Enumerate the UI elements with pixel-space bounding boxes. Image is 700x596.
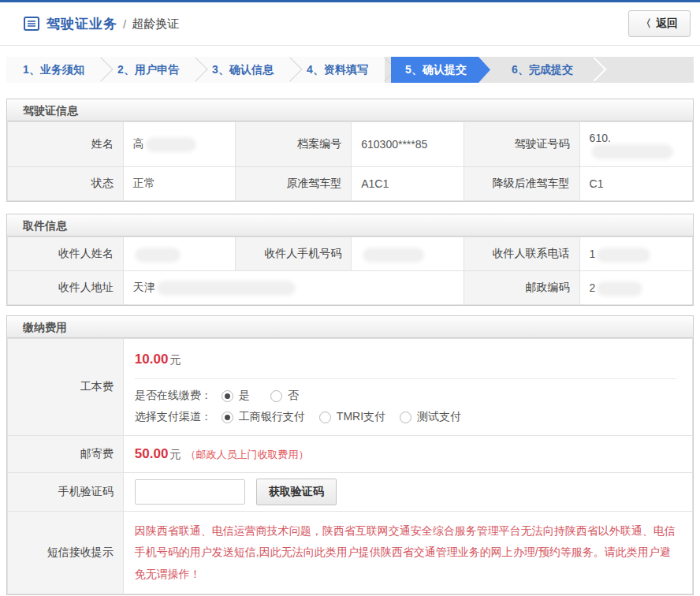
pickup-info-section: 取件信息 收件人姓名 收件人手机号码 收件人联系电话 1 收件人地址 天津 邮政… <box>6 214 694 306</box>
payment-options-block: 是否在线缴费： 是 否 选择支付渠道： <box>135 379 676 435</box>
step-label: 4、资料填写 <box>307 63 368 77</box>
license-info-section: 驾驶证信息 姓名 高 档案编号 610300****85 驾驶证号码 610. … <box>6 99 694 202</box>
recipient-address-value-cell: 天津 <box>123 271 464 305</box>
sms-code-input[interactable] <box>135 479 245 505</box>
file-number-value-cell: 610300****85 <box>352 122 464 167</box>
status-value-cell: 正常 <box>123 167 236 201</box>
production-fee-value-cell: 10.00元 是否在线缴费： 是 否 <box>123 339 692 436</box>
recipient-phone-value-cell: 1 <box>579 237 692 271</box>
downgraded-class-label-cell: 降级后准驾车型 <box>464 167 579 201</box>
step-6-finish-submit[interactable]: 6、完成提交 <box>490 57 594 83</box>
name-value: 高 <box>133 137 144 150</box>
radio-circle-icon <box>222 412 233 423</box>
step-label: 6、完成提交 <box>512 63 573 77</box>
license-number-label-cell: 驾驶证号码 <box>464 122 579 167</box>
sms-code-label-cell: 手机验证码 <box>8 473 124 512</box>
status-label-cell: 状态 <box>8 167 124 201</box>
recipient-address-value: 天津 <box>133 281 155 293</box>
recipient-address-label-cell: 收件人地址 <box>8 271 124 305</box>
redacted-value <box>148 140 194 150</box>
recipient-mobile-value-cell <box>352 237 464 271</box>
zip-code-label-cell: 邮政编码 <box>464 271 579 305</box>
redacted-value <box>365 250 422 260</box>
production-fee-amount: 10.00 <box>135 352 169 367</box>
pickup-info-table: 收件人姓名 收件人手机号码 收件人联系电话 1 收件人地址 天津 邮政编码 2 <box>7 237 693 305</box>
redacted-value <box>594 147 671 157</box>
postage-fee-value-cell: 50.00元（邮政人员上门收取费用） <box>123 436 692 473</box>
table-row: 收件人姓名 收件人手机号码 收件人联系电话 1 <box>8 237 693 271</box>
redacted-value <box>599 250 648 260</box>
payment-channel-radio-line: 选择支付渠道： 工商银行支付 TMRI支付 测试支付 <box>135 410 676 424</box>
step-4-fill-material[interactable]: 4、资料填写 <box>290 57 385 83</box>
postage-fee-note: （邮政人员上门收取费用） <box>185 449 308 460</box>
zip-code-value-cell: 2 <box>579 271 692 305</box>
postage-fee-label-cell: 邮寄费 <box>8 436 124 473</box>
step-1-business-notice[interactable]: 1、业务须知 <box>6 57 101 83</box>
license-section-title: 驾驶证信息 <box>7 99 693 121</box>
production-fee-amount-line: 10.00元 <box>135 339 676 379</box>
zip-code-value: 2 <box>590 281 596 294</box>
table-row: 姓名 高 档案编号 610300****85 驾驶证号码 610. <box>8 122 693 167</box>
recipient-phone-value: 1 <box>590 248 596 260</box>
back-button[interactable]: 〈 返回 <box>628 10 691 37</box>
table-row: 状态 正常 原准驾车型 A1C1 降级后准驾车型 C1 <box>8 167 693 201</box>
step-3-confirm-info[interactable]: 3、确认信息 <box>195 57 290 83</box>
radio-label: TMRI支付 <box>337 410 385 424</box>
radio-circle-icon <box>319 412 331 423</box>
radio-label: 工商银行支付 <box>239 410 305 424</box>
radio-label: 是 <box>239 389 250 403</box>
redacted-value <box>599 284 640 294</box>
original-class-label-cell: 原准驾车型 <box>236 167 352 201</box>
online-payment-question: 是否在线缴费： <box>135 389 212 403</box>
step-label: 5、确认提交 <box>405 63 467 77</box>
radio-label: 否 <box>288 389 299 403</box>
fees-table: 工本费 10.00元 是否在线缴费： 是 否 <box>7 338 693 594</box>
get-sms-code-button[interactable]: 获取验证码 <box>256 479 337 505</box>
redacted-value <box>159 283 293 293</box>
radio-label: 测试支付 <box>417 410 461 424</box>
sms-code-value-cell: 获取验证码 <box>123 473 692 512</box>
radio-circle-icon <box>222 390 233 402</box>
name-label-cell: 姓名 <box>8 122 124 167</box>
step-wizard: 1、业务须知 2、用户申告 3、确认信息 4、资料填写 5、确认提交 6、完成提… <box>6 57 694 83</box>
online-payment-yes-radio[interactable]: 是 <box>222 389 250 403</box>
sms-notice-value-cell: 因陕西省联通、电信运营商技术问题，陕西省互联网交通安全综合服务管理平台无法向持陕… <box>123 512 692 594</box>
file-number-label-cell: 档案编号 <box>236 122 352 167</box>
payment-channel-question: 选择支付渠道： <box>135 410 212 424</box>
recipient-name-label-cell: 收件人姓名 <box>8 237 124 271</box>
channel-tmri-radio[interactable]: TMRI支付 <box>319 410 385 424</box>
recipient-name-value-cell <box>123 237 236 271</box>
radio-circle-icon <box>400 412 411 423</box>
radio-circle-icon <box>270 390 282 402</box>
table-row: 收件人地址 天津 邮政编码 2 <box>8 271 693 305</box>
pickup-section-title: 取件信息 <box>7 214 693 237</box>
step-label: 3、确认信息 <box>212 63 274 77</box>
step-bar-filler <box>594 57 694 83</box>
table-row: 邮寄费 50.00元（邮政人员上门收取费用） <box>8 436 693 473</box>
license-info-table: 姓名 高 档案编号 610300****85 驾驶证号码 610. 状态 正常 … <box>7 121 693 201</box>
recipient-phone-label-cell: 收件人联系电话 <box>464 237 579 271</box>
sms-notice-label-cell: 短信接收提示 <box>8 512 124 594</box>
channel-icbc-radio[interactable]: 工商银行支付 <box>222 410 305 424</box>
table-row: 工本费 10.00元 是否在线缴费： 是 否 <box>8 339 693 436</box>
postage-fee-unit: 元 <box>169 448 181 460</box>
step-label: 2、用户申告 <box>117 63 179 77</box>
step-2-user-declaration[interactable]: 2、用户申告 <box>101 57 195 83</box>
redacted-value <box>137 250 178 260</box>
step-label: 1、业务须知 <box>23 63 84 77</box>
name-value-cell: 高 <box>123 122 236 167</box>
fees-section-title: 缴纳费用 <box>7 316 693 338</box>
fees-section: 缴纳费用 工本费 10.00元 是否在线缴费： 是 <box>6 315 694 595</box>
recipient-mobile-label-cell: 收件人手机号码 <box>236 237 352 271</box>
original-class-value-cell: A1C1 <box>352 167 464 201</box>
back-button-label: 返回 <box>656 17 678 31</box>
online-payment-no-radio[interactable]: 否 <box>270 389 299 403</box>
production-fee-unit: 元 <box>169 353 181 366</box>
online-payment-radio-line: 是否在线缴费： 是 否 <box>135 389 676 403</box>
license-number-value: 610. <box>590 132 611 144</box>
downgraded-class-value-cell: C1 <box>579 167 692 201</box>
step-5-confirm-submit-active[interactable]: 5、确认提交 <box>391 57 490 83</box>
production-fee-label-cell: 工本费 <box>8 339 124 436</box>
channel-test-radio[interactable]: 测试支付 <box>400 410 461 424</box>
back-chevron-icon: 〈 <box>641 17 651 31</box>
